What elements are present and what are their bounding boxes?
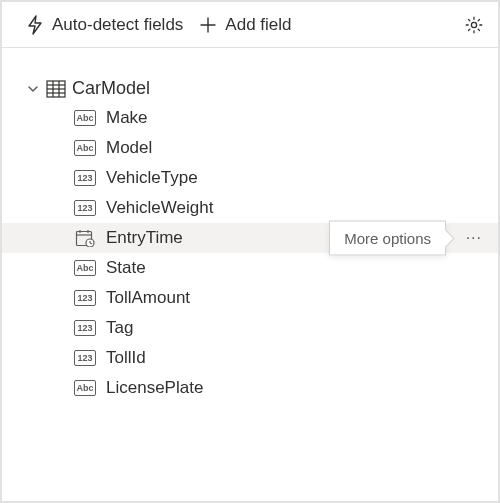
number-type-icon: 123 bbox=[74, 350, 96, 366]
field-label: Make bbox=[106, 108, 148, 128]
field-row[interactable]: 123VehicleWeight bbox=[2, 193, 498, 223]
auto-detect-fields-button[interactable]: Auto-detect fields bbox=[22, 13, 187, 37]
field-label: Tag bbox=[106, 318, 133, 338]
field-row[interactable]: EntryTimeMore options··· bbox=[2, 223, 498, 253]
field-label: EntryTime bbox=[106, 228, 183, 248]
fields-tree: CarModel AbcMakeAbcModel123VehicleType12… bbox=[2, 48, 498, 403]
add-field-button[interactable]: Add field bbox=[195, 13, 295, 37]
chevron-down-icon bbox=[26, 82, 40, 96]
field-row[interactable]: 123TollAmount bbox=[2, 283, 498, 313]
settings-button[interactable] bbox=[464, 15, 484, 35]
add-field-label: Add field bbox=[225, 15, 291, 35]
lightning-icon bbox=[26, 15, 44, 35]
field-row[interactable]: AbcModel bbox=[2, 133, 498, 163]
field-row[interactable]: 123Tag bbox=[2, 313, 498, 343]
toolbar: Auto-detect fields Add field bbox=[2, 2, 498, 48]
gear-icon bbox=[464, 15, 484, 35]
more-options-button[interactable]: ··· bbox=[466, 229, 482, 247]
field-label: State bbox=[106, 258, 146, 278]
field-label: TollAmount bbox=[106, 288, 190, 308]
table-icon bbox=[46, 80, 66, 98]
plus-icon bbox=[199, 16, 217, 34]
field-label: Model bbox=[106, 138, 152, 158]
field-label: VehicleWeight bbox=[106, 198, 213, 218]
field-row[interactable]: AbcMake bbox=[2, 103, 498, 133]
field-row[interactable]: AbcState bbox=[2, 253, 498, 283]
text-type-icon: Abc bbox=[74, 140, 96, 156]
number-type-icon: 123 bbox=[74, 320, 96, 336]
tree-parent-row[interactable]: CarModel bbox=[2, 74, 498, 103]
more-options-tooltip: More options bbox=[329, 221, 446, 256]
auto-detect-label: Auto-detect fields bbox=[52, 15, 183, 35]
field-row[interactable]: AbcLicensePlate bbox=[2, 373, 498, 403]
field-row[interactable]: 123VehicleType bbox=[2, 163, 498, 193]
ellipsis-icon: ··· bbox=[466, 229, 482, 246]
field-label: TollId bbox=[106, 348, 146, 368]
datetime-type-icon bbox=[74, 229, 96, 247]
number-type-icon: 123 bbox=[74, 200, 96, 216]
text-type-icon: Abc bbox=[74, 110, 96, 126]
svg-point-2 bbox=[471, 22, 476, 27]
number-type-icon: 123 bbox=[74, 290, 96, 306]
field-label: VehicleType bbox=[106, 168, 198, 188]
field-row[interactable]: 123TollId bbox=[2, 343, 498, 373]
fields-panel: Auto-detect fields Add field bbox=[0, 0, 500, 503]
text-type-icon: Abc bbox=[74, 380, 96, 396]
tree-parent-label: CarModel bbox=[72, 78, 150, 99]
number-type-icon: 123 bbox=[74, 170, 96, 186]
text-type-icon: Abc bbox=[74, 260, 96, 276]
field-label: LicensePlate bbox=[106, 378, 203, 398]
